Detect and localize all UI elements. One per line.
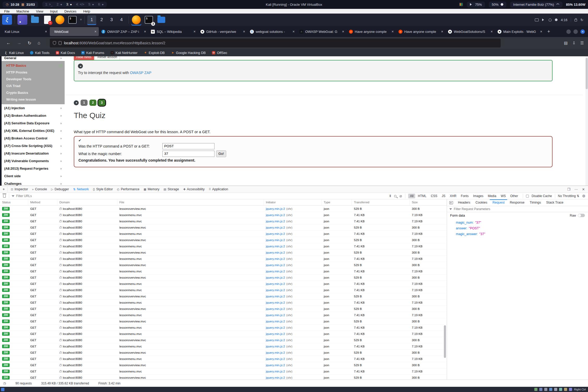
column-header[interactable]: Type [322, 199, 352, 205]
search-icon[interactable] [394, 195, 396, 197]
workspace-indicator[interactable]: 4: </> [76, 3, 84, 6]
column-header[interactable]: Initiator [264, 199, 322, 205]
initiator-link[interactable]: jquery.min.js:2 [266, 357, 285, 360]
request-row[interactable]: 200 GET localhost:8080 lessonmenu.mvc jq… [0, 299, 447, 306]
firefox-launcher-icon[interactable] [55, 15, 65, 25]
bookmark-item[interactable]: Kali Docs [56, 51, 75, 55]
browser-tab[interactable]: GitHub - vernjan/we ✕ [198, 27, 247, 36]
type-filter-button[interactable]: Other [508, 194, 520, 198]
type-filter-button[interactable]: Images [471, 194, 485, 198]
library-icon[interactable]: ▤ [564, 41, 568, 45]
filter-urls-input[interactable] [16, 194, 74, 198]
keyboard-indicator-icon[interactable] [459, 2, 463, 7]
browser-tab[interactable]: WebGoatSolutions/S ✕ [446, 27, 495, 36]
devtools-tool-tab[interactable]: » Console [30, 186, 49, 193]
sidebar-item-general[interactable]: General › [2, 56, 65, 61]
tab-close-icon[interactable]: ✕ [45, 30, 47, 33]
initiator-link[interactable]: jquery.min.js:2 [266, 207, 285, 210]
tab-close-icon[interactable]: ✕ [94, 30, 97, 33]
clock-widget[interactable]: ◷ 10:28 ▦ 31/03 [3, 2, 38, 8]
request-row[interactable]: 200 GET localhost:8080 lessonoverview.mv… [0, 337, 447, 343]
initiator-link[interactable]: jquery.min.js:2 [266, 289, 285, 292]
workspace-indicator[interactable]: 1: >_ [45, 3, 53, 6]
go-button[interactable]: Go! [216, 150, 226, 157]
request-row[interactable]: 200 GET localhost:8080 lessonmenu.mvc jq… [0, 256, 447, 262]
wifi-widget[interactable]: Internet Familie Bolz (77%) [510, 2, 562, 8]
vm-menu-item[interactable]: Help [83, 9, 90, 13]
panel-toggle-icon[interactable]: ▶ [449, 201, 453, 204]
updates-tray-icon[interactable]: ↻ [580, 18, 583, 22]
screenlock-tray-icon[interactable] [574, 19, 577, 21]
initiator-link[interactable]: jquery.min.js:2 [266, 320, 285, 323]
tray-clock[interactable]: 4:16 [561, 18, 567, 22]
devtools-tool-tab[interactable]: ◴ Performance [115, 186, 142, 193]
initiator-link[interactable]: jquery.min.js:2 [266, 270, 285, 273]
request-row[interactable]: 200 GET localhost:8080 lessonoverview.mv… [0, 306, 447, 312]
page-pill[interactable]: 2 [89, 100, 96, 106]
request-row[interactable]: 200 GET localhost:8080 lessonoverview.mv… [0, 362, 447, 368]
initiator-link[interactable]: jquery.min.js:2 [266, 232, 285, 235]
filter-params-input[interactable] [454, 207, 532, 211]
initiator-link[interactable]: jquery.min.js:2 [266, 332, 285, 335]
page-pill[interactable]: 3 [98, 100, 105, 106]
column-header[interactable]: File [117, 199, 264, 205]
initiator-link[interactable]: jquery.min.js:2 [266, 339, 285, 342]
volume-widget[interactable]: 75% [467, 2, 485, 8]
column-header[interactable]: Domain [57, 199, 117, 205]
bookmark-item[interactable]: Kali NetHunter [111, 51, 138, 55]
tracking-protection-icon[interactable] [53, 41, 56, 45]
browser-tab[interactable]: OWASP ZAP – ZAP i ✕ [99, 27, 148, 36]
reload-button[interactable]: ↻ [28, 40, 31, 46]
volume-tray-icon[interactable] [542, 19, 545, 21]
type-filter-button[interactable]: WS [499, 194, 507, 198]
notifications-tray-icon[interactable] [549, 19, 552, 21]
vm-menu-item[interactable]: View [36, 9, 43, 13]
initiator-link[interactable]: jquery.min.js:2 [266, 370, 285, 373]
tab-close-icon[interactable]: ✕ [243, 30, 245, 33]
firefox-window-button[interactable] [131, 15, 141, 25]
type-filter-button[interactable]: All [408, 194, 415, 198]
sidebar-lesson-item[interactable]: HTTP Proxies ✓ [2, 69, 65, 76]
devtools-tool-tab[interactable]: {} Style Editor [91, 186, 115, 193]
tab-close-icon[interactable]: ✕ [193, 30, 196, 33]
tab-close-icon[interactable]: ✕ [144, 30, 146, 33]
initiator-link[interactable]: jquery.min.js:2 [266, 307, 285, 310]
workspace-indicator[interactable]: 6: ● [98, 3, 104, 6]
responsive-mode-icon[interactable]: ❒ [567, 187, 570, 191]
details-tab[interactable]: Stack Trace [544, 199, 566, 206]
initiator-link[interactable]: jquery.min.js:2 [266, 220, 285, 223]
request-row[interactable]: 200 GET localhost:8080 lessonoverview.mv… [0, 237, 447, 243]
initiator-link[interactable]: jquery.min.js:2 [266, 295, 285, 298]
sidebar-lesson-item[interactable]: Crypto Basics ✓ [2, 89, 65, 96]
sidebar-category[interactable]: Client side › [2, 172, 65, 180]
request-row[interactable]: 200 GET localhost:8080 lessonoverview.mv… [0, 318, 447, 324]
request-row[interactable]: 200 GET localhost:8080 lessonoverview.mv… [0, 249, 447, 256]
devtools-tool-tab[interactable]: ✚ Accessibility [181, 186, 207, 193]
magic-number-field[interactable] [162, 151, 215, 157]
tab-close-icon[interactable]: ✕ [540, 30, 542, 33]
sidebar-lesson-item[interactable]: Writing new lesson ✓ [2, 96, 65, 103]
vm-menu-item[interactable]: Machine [16, 9, 29, 13]
kali-start-button[interactable]: ξ [2, 15, 12, 25]
home-button[interactable]: ⌂ [38, 40, 40, 46]
bookmark-item[interactable]: Kali Linux [4, 51, 24, 55]
request-row[interactable]: 200 GET localhost:8080 lessonmenu.mvc jq… [0, 312, 447, 318]
network-settings-gear-icon[interactable]: ⚙ [582, 194, 585, 198]
sidebar-category[interactable]: (A3) Sensitive Data Exposure › [2, 119, 65, 127]
details-tab[interactable]: Response [507, 199, 527, 206]
devtools-tool-tab[interactable]: ▦ Memory [142, 186, 162, 193]
initiator-link[interactable]: jquery.min.js:2 [266, 345, 285, 348]
initiator-link[interactable]: jquery.min.js:2 [266, 238, 285, 242]
sidebar-category[interactable]: (A2) Broken Authentication › [2, 112, 65, 119]
terminal-launcher-icon[interactable]: $ [68, 15, 77, 25]
tab-close-icon[interactable]: ✕ [491, 30, 493, 33]
initiator-link[interactable]: jquery.min.js:2 [266, 314, 285, 317]
tab-close-icon[interactable]: ✕ [342, 30, 344, 33]
sidebar-category[interactable]: (A7) Cross-Site Scripting (XSS) › [2, 142, 65, 150]
files-window-button[interactable] [156, 15, 166, 25]
request-row[interactable]: 200 GET localhost:8080 lessonmenu.mvc jq… [0, 343, 447, 350]
column-header[interactable]: Method [28, 199, 57, 205]
workspace-button[interactable]: 1 [87, 15, 96, 24]
workspace-indicator[interactable]: 2: ● [57, 3, 62, 6]
browser-tab[interactable]: Kali Linux ✕ [0, 27, 49, 36]
